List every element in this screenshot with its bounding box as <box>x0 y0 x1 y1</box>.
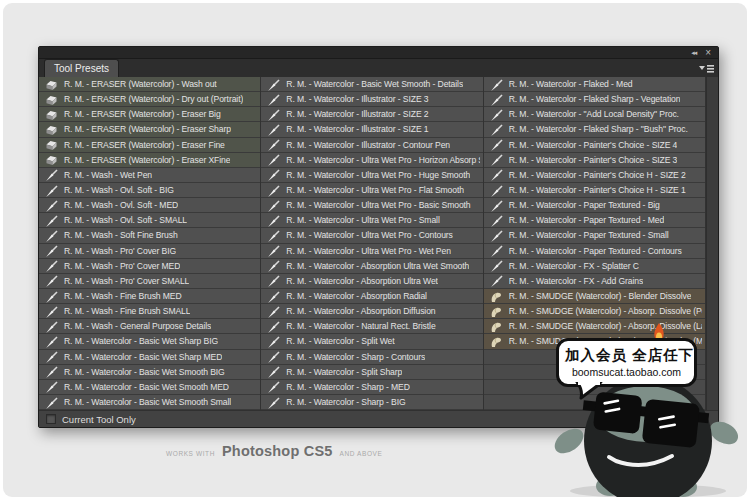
preset-row[interactable]: R. M. - Watercolor - Sharp - Contours <box>261 350 482 365</box>
preset-column-1: R. M. - ERASER (Watercolor) - Wash outR.… <box>39 77 261 410</box>
preset-row[interactable]: R. M. - Wash - General Purpose Details <box>39 319 260 334</box>
preset-row[interactable]: R. M. - ERASER (Watercolor) - Eraser Fin… <box>39 138 260 153</box>
preset-label: R. M. - Watercolor - Illustrator - SIZE … <box>286 109 428 119</box>
brush-icon <box>490 199 503 212</box>
preset-row[interactable]: R. M. - Wash - Ovl. Soft - SMALL <box>39 213 260 228</box>
preset-row[interactable]: R. M. - Watercolor - Ultra Wet Pro - Hug… <box>261 168 482 183</box>
preset-label: R. M. - Watercolor - Paper Textured - Me… <box>509 215 664 225</box>
speech-bubble-tail <box>573 382 603 400</box>
works-with-label: WORKS WITH <box>166 450 215 457</box>
eraser-icon <box>45 123 58 136</box>
preset-row[interactable]: R. M. - Watercolor - Split Sharp <box>261 365 482 380</box>
brush-icon <box>267 229 280 242</box>
preset-row[interactable]: R. M. - Wash - Pro' Cover SMALL <box>39 274 260 289</box>
preset-row[interactable]: R. M. - Wash - Pro' Cover BIG <box>39 244 260 259</box>
preset-label: R. M. - Watercolor - Basic Wet Sharp MED <box>64 352 222 362</box>
preset-row[interactable]: R. M. - Watercolor - Painter's Choice - … <box>484 138 705 153</box>
preset-row[interactable]: R. M. - Watercolor - Painter's Choice H … <box>484 168 705 183</box>
preset-label: R. M. - Watercolor - Illustrator - SIZE … <box>286 94 428 104</box>
preset-row[interactable]: R. M. - Watercolor - Ultra Wet Pro - Wet… <box>261 244 482 259</box>
preset-row[interactable]: R. M. - ERASER (Watercolor) - Eraser XFi… <box>39 153 260 168</box>
brush-icon <box>267 274 280 287</box>
preset-row[interactable]: R. M. - ERASER (Watercolor) - Wash out <box>39 77 260 92</box>
preset-label: R. M. - Watercolor - "Add Local Density"… <box>509 109 679 119</box>
preset-row[interactable]: R. M. - Watercolor - Flaked - Med <box>484 77 705 92</box>
preset-row[interactable]: R. M. - Watercolor - Absorption Diffusio… <box>261 304 482 319</box>
preset-row[interactable]: R. M. - Watercolor - Illustrator - SIZE … <box>261 92 482 107</box>
preset-row[interactable]: R. M. - Watercolor - FX - Add Grains <box>484 274 705 289</box>
preset-row[interactable]: R. M. - Watercolor - Painter's Choice H … <box>484 183 705 198</box>
preset-row[interactable]: R. M. - Watercolor - Illustrator - SIZE … <box>261 107 482 122</box>
preset-row[interactable]: R. M. - Watercolor - FX - Splatter C <box>484 259 705 274</box>
brush-icon <box>45 259 58 272</box>
preset-row[interactable]: R. M. - Watercolor - Painter's Choice - … <box>484 153 705 168</box>
preset-label: R. M. - Watercolor - Ultra Wet Pro - Hor… <box>286 155 479 165</box>
preset-row[interactable]: R. M. - Wash - Fine Brush MED <box>39 289 260 304</box>
preset-row[interactable]: R. M. - Watercolor - Basic Wet Smooth BI… <box>39 365 260 380</box>
brush-icon <box>267 123 280 136</box>
panel-titlebar[interactable]: ◂◂ × <box>39 47 718 59</box>
preset-row[interactable]: R. M. - Watercolor - Absorption Ultra We… <box>261 259 482 274</box>
preset-row[interactable]: R. M. - Wash - Ovl. Soft - BIG <box>39 183 260 198</box>
preset-row[interactable]: R. M. - Wash - Wet Pen <box>39 168 260 183</box>
preset-row[interactable]: R. M. - Watercolor - Basic Wet Sharp BIG <box>39 334 260 349</box>
brush-icon <box>490 244 503 257</box>
preset-row[interactable]: R. M. - Wash - Pro' Cover MED <box>39 259 260 274</box>
preset-label: R. M. - Wash - Fine Brush SMALL <box>64 306 190 316</box>
preset-row[interactable]: R. M. - Watercolor - Paper Textured - Me… <box>484 213 705 228</box>
preset-row[interactable]: R. M. - Watercolor - Illustrator - SIZE … <box>261 122 482 137</box>
preset-row[interactable]: R. M. - ERASER (Watercolor) - Eraser Sha… <box>39 122 260 137</box>
preset-row[interactable]: R. M. - SMUDGE (Watercolor) - Absorp. Di… <box>484 304 705 319</box>
preset-row[interactable]: R. M. - Watercolor - Sharp - MED <box>261 380 482 395</box>
preset-row[interactable]: R. M. - Watercolor - Ultra Wet Pro - Fla… <box>261 183 482 198</box>
brush-icon <box>267 138 280 151</box>
preset-label: R. M. - Wash - Soft Fine Brush <box>64 230 178 240</box>
preset-label: R. M. - Watercolor - Painter's Choice H … <box>509 185 686 195</box>
close-panel-icon[interactable]: × <box>705 48 711 58</box>
promo-speech-bubble: 加入会员 全店任下 boomsucat.taobao.com <box>556 338 697 387</box>
current-tool-only-label: Current Tool Only <box>62 414 136 425</box>
preset-row[interactable]: R. M. - Watercolor - Basic Wet Smooth ME… <box>39 380 260 395</box>
preset-row[interactable]: R. M. - Watercolor - Ultra Wet Pro - Sma… <box>261 213 482 228</box>
preset-row[interactable]: R. M. - Watercolor - Illustrator - Conto… <box>261 138 482 153</box>
preset-label: R. M. - Watercolor - Basic Wet Sharp BIG <box>64 336 218 346</box>
preset-row[interactable]: R. M. - Wash - Ovl. Soft - MED <box>39 198 260 213</box>
preset-row[interactable]: R. M. - Watercolor - Natural Rect. Brist… <box>261 319 482 334</box>
preset-row[interactable]: R. M. - Watercolor - Flaked Sharp - Vege… <box>484 92 705 107</box>
preset-row[interactable]: R. M. - Watercolor - Paper Textured - Sm… <box>484 228 705 243</box>
smudge-icon <box>490 335 503 348</box>
brush-icon <box>267 199 280 212</box>
preset-row[interactable]: R. M. - Watercolor - Basic Wet Smooth - … <box>261 77 482 92</box>
tab-tool-presets[interactable]: Tool Presets <box>44 59 119 77</box>
preset-row[interactable]: R. M. - Watercolor - Basic Wet Sharp MED <box>39 350 260 365</box>
current-tool-only-checkbox[interactable] <box>46 414 56 424</box>
preset-row[interactable]: R. M. - Watercolor - "Add Local Density"… <box>484 107 705 122</box>
brush-icon <box>45 199 58 212</box>
preset-row[interactable]: R. M. - Watercolor - Ultra Wet Pro - Bas… <box>261 198 482 213</box>
preset-row[interactable]: R. M. - Watercolor - Basic Wet Smooth Sm… <box>39 395 260 410</box>
collapse-panel-icon[interactable]: ◂◂ <box>691 49 696 56</box>
preset-row[interactable]: R. M. - Watercolor - Ultra Wet Pro - Con… <box>261 228 482 243</box>
brush-icon <box>45 274 58 287</box>
preset-label: R. M. - Watercolor - Ultra Wet Pro - Fla… <box>286 185 464 195</box>
preset-label: R. M. - Watercolor - Natural Rect. Brist… <box>286 321 435 331</box>
preset-row[interactable]: R. M. - Wash - Fine Brush SMALL <box>39 304 260 319</box>
preset-row[interactable]: R. M. - Watercolor - Paper Textured - Co… <box>484 244 705 259</box>
preset-row[interactable]: R. M. - Watercolor - Ultra Wet Pro - Hor… <box>261 153 482 168</box>
preset-row[interactable]: R. M. - Watercolor - Flaked Sharp - "Bus… <box>484 122 705 137</box>
preset-label: R. M. - Watercolor - Painter's Choice - … <box>509 140 678 150</box>
eraser-icon <box>45 108 58 121</box>
preset-row[interactable]: R. M. - Watercolor - Absorption Ultra We… <box>261 274 482 289</box>
preset-label: R. M. - Wash - Ovl. Soft - BIG <box>64 185 174 195</box>
brush-icon <box>267 290 280 303</box>
preset-row[interactable]: R. M. - Watercolor - Split Wet <box>261 334 482 349</box>
preset-row[interactable]: R. M. - ERASER (Watercolor) - Dry out (P… <box>39 92 260 107</box>
preset-row[interactable]: R. M. - Watercolor - Sharp - BIG <box>261 395 482 410</box>
preset-label: R. M. - ERASER (Watercolor) - Eraser Big <box>64 109 221 119</box>
preset-row[interactable]: R. M. - Watercolor - Paper Textured - Bi… <box>484 198 705 213</box>
preset-row[interactable]: R. M. - ERASER (Watercolor) - Eraser Big <box>39 107 260 122</box>
preset-row[interactable]: R. M. - Wash - Soft Fine Brush <box>39 228 260 243</box>
panel-menu-icon[interactable] <box>699 64 715 73</box>
preset-row[interactable]: R. M. - SMUDGE (Watercolor) - Blender Di… <box>484 289 705 304</box>
preset-row[interactable]: R. M. - Watercolor - Absorption Radial <box>261 289 482 304</box>
